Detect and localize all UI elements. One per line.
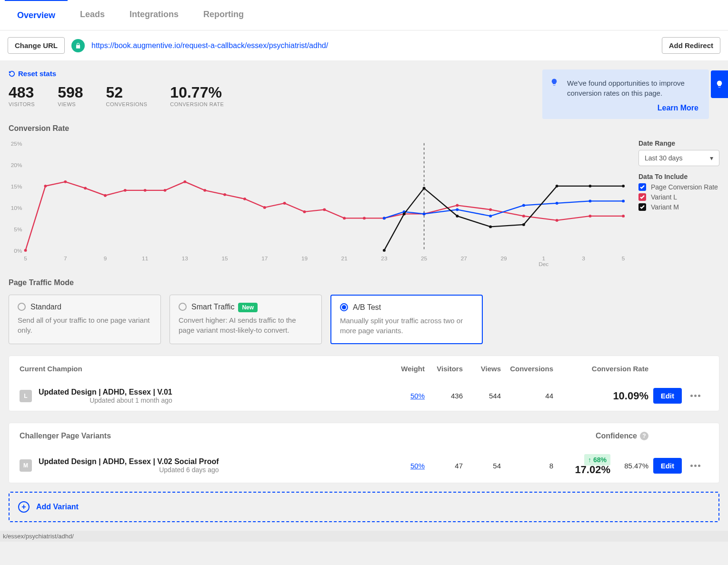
lock-icon bbox=[71, 39, 85, 52]
weight-link[interactable]: 50% bbox=[410, 392, 425, 400]
help-icon[interactable]: ? bbox=[640, 432, 648, 440]
variant-badge: L bbox=[20, 390, 32, 402]
learn-more-link[interactable]: Learn More bbox=[658, 104, 698, 112]
svg-point-39 bbox=[303, 210, 306, 213]
svg-point-36 bbox=[243, 197, 246, 200]
visitors-cell: 47 bbox=[425, 462, 463, 470]
status-bar: k/essex/psychiatrist/adhd/ bbox=[0, 531, 728, 542]
svg-text:9: 9 bbox=[104, 255, 107, 262]
svg-point-67 bbox=[556, 184, 558, 187]
svg-point-35 bbox=[223, 193, 226, 196]
svg-point-66 bbox=[522, 223, 525, 226]
svg-point-54 bbox=[423, 212, 426, 215]
views-cell: 54 bbox=[463, 462, 501, 470]
svg-text:21: 21 bbox=[341, 255, 348, 262]
change-url-button[interactable]: Change URL bbox=[8, 37, 65, 54]
legend-item[interactable]: Page Conversion Rate bbox=[638, 183, 719, 191]
svg-point-62 bbox=[403, 212, 406, 215]
svg-point-65 bbox=[489, 225, 492, 228]
svg-point-57 bbox=[522, 204, 525, 207]
svg-point-63 bbox=[423, 187, 426, 189]
lightbulb-icon bbox=[550, 78, 558, 89]
svg-point-58 bbox=[556, 201, 558, 204]
visitors-cell: 436 bbox=[425, 392, 463, 400]
svg-point-31 bbox=[144, 188, 147, 191]
svg-text:25: 25 bbox=[421, 255, 428, 262]
date-range-label: Date Range bbox=[638, 139, 719, 147]
svg-point-60 bbox=[622, 199, 625, 202]
legend-item[interactable]: Variant M bbox=[638, 203, 719, 211]
traffic-mode-option[interactable]: Smart TrafficNewConvert higher: AI sends… bbox=[170, 295, 322, 344]
svg-point-68 bbox=[588, 184, 591, 187]
svg-text:5%: 5% bbox=[14, 226, 22, 232]
variant-badge: M bbox=[20, 459, 32, 472]
svg-point-47 bbox=[489, 208, 492, 211]
svg-text:20%: 20% bbox=[11, 161, 22, 168]
svg-point-41 bbox=[343, 217, 346, 219]
svg-point-27 bbox=[64, 180, 67, 183]
reset-stats-button[interactable]: Reset stats bbox=[9, 69, 56, 78]
svg-text:15%: 15% bbox=[11, 183, 22, 189]
chevron-down-icon: ▾ bbox=[710, 154, 713, 162]
svg-point-61 bbox=[383, 248, 386, 251]
svg-point-49 bbox=[556, 218, 558, 221]
add-redirect-button[interactable]: Add Redirect bbox=[662, 37, 720, 54]
date-range-select[interactable]: Last 30 days ▾ bbox=[638, 150, 719, 166]
svg-point-29 bbox=[104, 194, 107, 197]
variant-name[interactable]: Updated Design | ADHD, Essex | V.01 bbox=[39, 388, 172, 396]
champion-table: Current Champion Weight Visitors Views C… bbox=[9, 356, 719, 411]
svg-point-33 bbox=[183, 180, 186, 183]
page-url-link[interactable]: https://book.augmentive.io/request-a-cal… bbox=[91, 41, 328, 50]
svg-text:19: 19 bbox=[301, 255, 308, 262]
svg-point-37 bbox=[263, 206, 266, 208]
add-variant-button[interactable]: + Add Variant bbox=[9, 492, 719, 522]
legend-item[interactable]: Variant L bbox=[638, 193, 719, 201]
tab-reporting[interactable]: Reporting bbox=[191, 0, 256, 30]
traffic-mode-option[interactable]: StandardSend all of your traffic to one … bbox=[9, 295, 161, 344]
rate-cell: 17.02% bbox=[575, 464, 610, 476]
more-menu[interactable] bbox=[682, 395, 708, 397]
insights-sidebar-toggle[interactable] bbox=[711, 70, 728, 98]
svg-point-69 bbox=[622, 184, 625, 187]
weight-link[interactable]: 50% bbox=[410, 462, 425, 470]
svg-point-40 bbox=[323, 208, 326, 211]
svg-point-42 bbox=[363, 217, 366, 219]
edit-button[interactable]: Edit bbox=[653, 388, 682, 404]
svg-text:15: 15 bbox=[221, 255, 228, 262]
svg-text:13: 13 bbox=[182, 255, 189, 262]
traffic-mode-header: Page Traffic Mode bbox=[9, 278, 719, 287]
tab-integrations[interactable]: Integrations bbox=[117, 0, 191, 30]
svg-point-32 bbox=[164, 188, 167, 191]
svg-point-51 bbox=[622, 214, 625, 217]
variant-name[interactable]: Updated Design | ADHD, Essex | V.02 Soci… bbox=[39, 457, 219, 466]
tab-overview[interactable]: Overview bbox=[5, 0, 68, 30]
svg-point-26 bbox=[44, 184, 47, 187]
svg-text:29: 29 bbox=[500, 255, 507, 262]
svg-point-34 bbox=[203, 188, 206, 191]
conversion-chart: 0%5%10%15%20%25%579111315171921232527291… bbox=[9, 138, 629, 267]
stat-visitors-value: 483 bbox=[9, 84, 35, 101]
rate-cell: 10.09% bbox=[613, 390, 648, 402]
url-bar: Change URL https://book.augmentive.io/re… bbox=[0, 30, 728, 61]
svg-point-52 bbox=[383, 217, 386, 219]
challenger-row: M Updated Design | ADHD, Essex | V.02 So… bbox=[9, 449, 719, 483]
svg-text:27: 27 bbox=[461, 255, 467, 262]
svg-text:25%: 25% bbox=[11, 140, 22, 147]
svg-text:7: 7 bbox=[64, 255, 67, 262]
more-menu[interactable] bbox=[682, 465, 708, 467]
champion-header: Current Champion bbox=[20, 365, 387, 373]
champion-row: L Updated Design | ADHD, Essex | V.01 Up… bbox=[9, 381, 719, 411]
traffic-mode-option[interactable]: A/B TestManually split your traffic acro… bbox=[330, 295, 483, 344]
svg-point-38 bbox=[283, 201, 286, 204]
svg-point-25 bbox=[24, 248, 27, 251]
tab-leads[interactable]: Leads bbox=[68, 0, 117, 30]
svg-text:Dec: Dec bbox=[539, 261, 548, 267]
data-include-label: Data To Include bbox=[638, 173, 719, 180]
svg-text:23: 23 bbox=[381, 255, 388, 262]
svg-text:5: 5 bbox=[622, 255, 625, 262]
edit-button[interactable]: Edit bbox=[653, 458, 682, 474]
svg-text:3: 3 bbox=[582, 255, 585, 262]
svg-point-56 bbox=[489, 214, 492, 217]
challenger-header: Challenger Page Variants bbox=[20, 432, 387, 440]
conversions-cell: 8 bbox=[501, 462, 553, 470]
